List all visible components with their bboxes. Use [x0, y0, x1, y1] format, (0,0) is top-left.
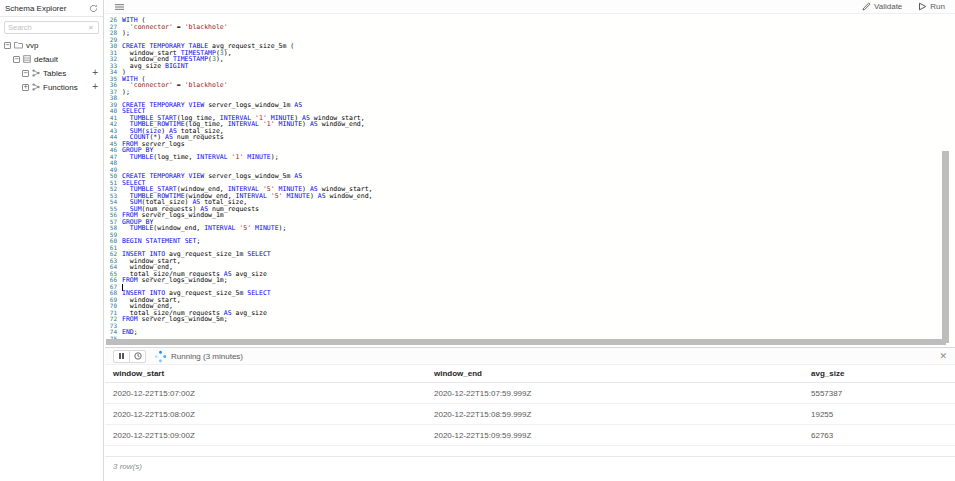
- database-icon: [23, 55, 31, 63]
- code-area: 26WITH (27 'connector' = 'blackhole'28);…: [105, 15, 955, 342]
- cell-avg_size: 5557387: [811, 389, 947, 398]
- run-label: Run: [930, 2, 945, 11]
- sidebar-title: Schema Explorer: [5, 4, 66, 13]
- run-play-icon: [918, 2, 927, 11]
- clear-search-icon[interactable]: ✕: [88, 24, 94, 31]
- folder-icon: [14, 41, 23, 49]
- results-toolbar: Running (3 minutes) ✕: [105, 348, 955, 365]
- line-content: FROM server_logs_window_5m;: [117, 316, 228, 323]
- tree-item-label: Functions: [43, 83, 78, 92]
- graph-icon: [32, 83, 40, 91]
- table-row[interactable]: 2020-12-22T15:08:00Z2020-12-22T15:08:59.…: [105, 404, 955, 425]
- add-functions-button[interactable]: +: [92, 82, 98, 92]
- column-header-window_start: window_start: [113, 369, 434, 378]
- editor-toolbar: Validate Run: [105, 0, 955, 14]
- column-header-avg_size: avg_size: [811, 369, 947, 378]
- tree-item-label: Tables: [43, 69, 66, 78]
- cell-window_start: 2020-12-22T15:07:00Z: [113, 389, 434, 398]
- horizontal-scrollbar[interactable]: [106, 339, 946, 345]
- column-header-window_end: window_end: [434, 369, 811, 378]
- line-content: avg_size BIGINT: [117, 63, 189, 70]
- graph-icon: [32, 69, 40, 77]
- sidebar-header: Schema Explorer: [0, 0, 103, 17]
- search-box: ✕: [4, 21, 99, 34]
- expand-toggle-icon[interactable]: +: [22, 84, 29, 91]
- cell-window_start: 2020-12-22T15:08:00Z: [113, 410, 434, 419]
- schema-tree: −vvp−default−Tables++Functions+: [0, 38, 103, 94]
- line-content: 'connector' = 'blackhole': [117, 24, 228, 31]
- cell-window_start: 2020-12-22T15:09:00Z: [113, 431, 434, 440]
- line-content: 'connector' = 'blackhole': [117, 82, 228, 89]
- line-content: TUMBLE(window_end, INTERVAL '5' MINUTE);: [117, 225, 286, 232]
- run-button[interactable]: Run: [918, 2, 945, 11]
- app-window: Schema Explorer ✕ −vvp−default−Tables++F…: [0, 0, 955, 481]
- results-row-count: 3 row(s): [105, 456, 955, 481]
- line-content: TUMBLE(log_time, INTERVAL '1' MINUTE);: [117, 154, 279, 161]
- cell-avg_size: 62763: [811, 431, 947, 440]
- line-content: FROM server_logs_window_1m;: [117, 277, 228, 284]
- validate-label: Validate: [874, 2, 902, 11]
- results-button-group: [113, 350, 146, 363]
- cell-window_end: 2020-12-22T15:09:59.999Z: [434, 431, 811, 440]
- results-table-body: 2020-12-22T15:07:00Z2020-12-22T15:07:59.…: [105, 383, 955, 446]
- tree-item-label: vvp: [26, 41, 38, 50]
- editor-menu-icon[interactable]: [115, 3, 124, 11]
- clock-icon: [134, 352, 142, 360]
- sidebar-item-tables[interactable]: −Tables+: [0, 66, 103, 80]
- validate-button[interactable]: Validate: [862, 2, 902, 11]
- collapse-toggle-icon[interactable]: −: [22, 70, 29, 77]
- history-clock-button[interactable]: [129, 350, 146, 363]
- tree-item-label: default: [34, 55, 58, 64]
- validate-pen-icon: [862, 2, 871, 11]
- schema-explorer-sidebar: Schema Explorer ✕ −vvp−default−Tables++F…: [0, 0, 104, 481]
- sidebar-item-vvp[interactable]: −vvp: [0, 38, 103, 52]
- results-table-header: window_startwindow_endavg_size: [105, 365, 955, 383]
- refresh-icon[interactable]: [89, 4, 98, 13]
- add-tables-button[interactable]: +: [92, 68, 98, 78]
- query-status: Running (3 minutes): [171, 352, 243, 361]
- main-area: Validate Run 26WITH (27 'connector' = 'b…: [105, 0, 955, 481]
- collapse-toggle-icon[interactable]: −: [13, 56, 20, 63]
- vertical-scrollbar[interactable]: [942, 151, 949, 343]
- results-panel: Running (3 minutes) ✕ window_startwindow…: [105, 347, 955, 481]
- cell-window_end: 2020-12-22T15:08:59.999Z: [434, 410, 811, 419]
- close-icon[interactable]: ✕: [939, 351, 947, 361]
- toolbar-actions: Validate Run: [862, 2, 945, 11]
- sidebar-item-functions[interactable]: +Functions+: [0, 80, 103, 94]
- table-row[interactable]: 2020-12-22T15:07:00Z2020-12-22T15:07:59.…: [105, 383, 955, 404]
- pause-icon: [119, 353, 124, 359]
- cell-avg_size: 19255: [811, 410, 947, 419]
- search-input[interactable]: [8, 23, 88, 32]
- pause-button[interactable]: [113, 350, 130, 363]
- loading-spinner-icon: [154, 350, 167, 363]
- collapse-toggle-icon[interactable]: −: [4, 42, 11, 49]
- cell-window_end: 2020-12-22T15:07:59.999Z: [434, 389, 811, 398]
- sql-editor[interactable]: 26WITH (27 'connector' = 'blackhole'28);…: [105, 15, 955, 347]
- text-cursor: [122, 284, 123, 291]
- sidebar-item-default[interactable]: −default: [0, 52, 103, 66]
- table-row[interactable]: 2020-12-22T15:09:00Z2020-12-22T15:09:59.…: [105, 425, 955, 446]
- line-content: BEGIN STATEMENT SET;: [117, 238, 200, 245]
